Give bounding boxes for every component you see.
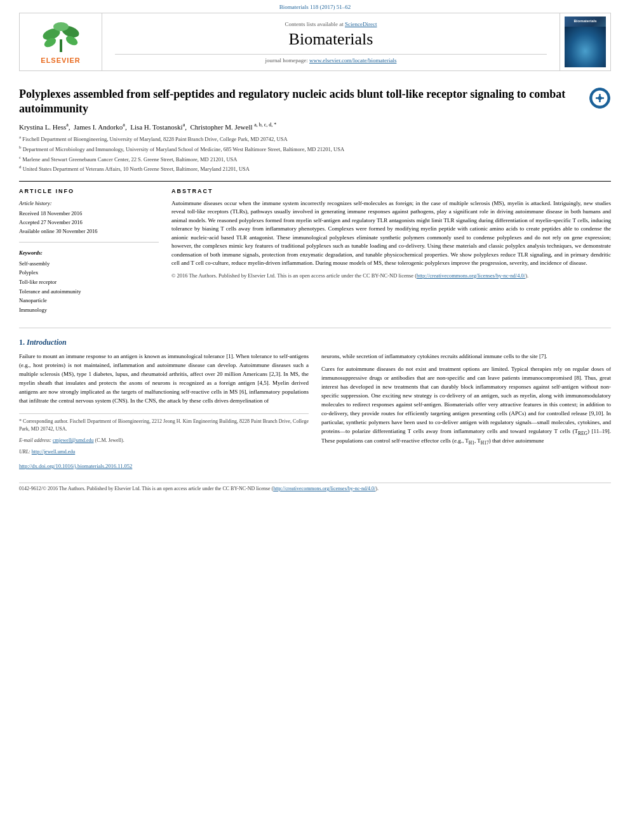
bottom-license-link[interactable]: http://creativecommons.org/licenses/by-n… <box>273 486 375 491</box>
journal-title: Biomaterials <box>289 30 373 49</box>
svg-point-3 <box>53 22 69 31</box>
section-number: 1. <box>19 338 27 347</box>
introduction-section: 1. Introduction Failure to mount an immu… <box>19 328 611 460</box>
affiliation-a: a Fischell Department of Bioengineering,… <box>19 134 611 143</box>
article-history: Article history: Received 18 November 20… <box>19 199 159 243</box>
doi-line: http://dx.doi.org/10.1016/j.biomaterials… <box>19 463 611 469</box>
available-date: Available online 30 November 2016 <box>19 227 159 236</box>
author4-sup: a, b, c, d, * <box>254 122 276 128</box>
science-direct-link[interactable]: ScienceDirect <box>345 21 377 27</box>
authors-line: Krystina L. Hessa, James I. Andorkoa, Li… <box>19 122 611 131</box>
footnote-email-link[interactable]: cmjewell@umd.edu <box>53 437 93 443</box>
bottom-end: ). <box>375 486 379 491</box>
author1: Krystina L. Hess <box>19 123 66 130</box>
intro-para-1: Failure to mount an immune response to a… <box>19 352 309 406</box>
intro-right-col: neurons, while secretion of inflammatory… <box>321 352 611 460</box>
abstract-text: Autoimmune diseases occur when the immun… <box>171 199 611 280</box>
copyright-line: © 2016 The Authors. Published by Elsevie… <box>171 272 611 280</box>
keyword-1: Self-assembly <box>19 260 159 269</box>
affiliations: a Fischell Department of Bioengineering,… <box>19 134 611 173</box>
affiliation-b: b Department of Microbiology and Immunol… <box>19 144 611 154</box>
svg-point-10 <box>598 97 602 100</box>
elsevier-tree-icon <box>39 20 83 55</box>
keyword-3: Toll-like receptor <box>19 278 159 287</box>
footnote-url-line: URL: http://jewell.umd.edu <box>19 448 309 456</box>
journal-citation: Biomaterials 118 (2017) 51–62 <box>0 0 630 13</box>
article-info-label: ARTICLE INFO <box>19 188 159 194</box>
copyright-link[interactable]: http://creativecommons.org/licenses/by-n… <box>417 272 525 279</box>
homepage-link[interactable]: www.elsevier.com/locate/biomaterials <box>309 57 396 63</box>
keyword-5: Nanoparticle <box>19 297 159 305</box>
journal-center-info: Contents lists available at ScienceDirec… <box>102 13 560 70</box>
affiliation-d: d United States Department of Veterans A… <box>19 164 611 173</box>
elsevier-brand: ELSEVIER <box>39 20 83 64</box>
article-body: Polyplexes assembled from self-peptides … <box>19 71 611 477</box>
keywords-section: Keywords: Self-assembly Polyplex Toll-li… <box>19 249 159 314</box>
cover-artwork <box>565 27 606 67</box>
abstract-label: ABSTRACT <box>171 188 611 194</box>
science-direct-line: Contents lists available at ScienceDirec… <box>285 21 377 27</box>
svg-rect-0 <box>60 39 62 52</box>
journal-header: ELSEVIER Contents lists available at Sci… <box>19 13 611 71</box>
keyword-2: Polyplex <box>19 269 159 277</box>
received-date: Received 18 November 2016 <box>19 210 159 218</box>
intro-para-2: neurons, while secretion of inflammatory… <box>321 352 611 361</box>
intro-heading: 1. Introduction <box>19 338 611 347</box>
homepage-line: journal homepage: www.elsevier.com/locat… <box>265 57 397 63</box>
citation-text: Biomaterials 118 (2017) 51–62 <box>279 4 351 10</box>
footnote-email-line: E-mail address: cmjewell@umd.edu (C.M. J… <box>19 437 309 444</box>
header-divider <box>115 54 547 55</box>
intro-text-columns: Failure to mount an immune response to a… <box>19 352 611 460</box>
info-abstract-section: ARTICLE INFO Article history: Received 1… <box>19 181 611 316</box>
doi-link[interactable]: http://dx.doi.org/10.1016/j.biomaterials… <box>19 463 132 469</box>
abstract-column: ABSTRACT Autoimmune diseases occur when … <box>171 188 611 316</box>
footnote-corresponding: * Corresponding author. Fischell Departm… <box>19 418 309 433</box>
footnote-section: * Corresponding author. Fischell Departm… <box>19 413 309 456</box>
author3: Lisa H. Tostanoski <box>130 123 182 130</box>
keyword-4: Tolerance and autoimmunity <box>19 288 159 297</box>
footnote-url-link[interactable]: http://jewell.umd.edu <box>32 449 75 455</box>
accepted-date: Accepted 27 November 2016 <box>19 218 159 227</box>
contents-label: Contents lists available at <box>285 21 344 27</box>
keywords-label: Keywords: <box>19 249 159 258</box>
crossmark-badge-icon <box>589 87 611 109</box>
author2: James I. Andorko <box>74 123 123 130</box>
affiliation-c: c Marlene and Stewart Greenebaum Cancer … <box>19 154 611 164</box>
author4: Christopher M. Jewell <box>190 123 252 130</box>
journal-cover-image: Biomaterials <box>565 17 606 67</box>
elsevier-wordmark: ELSEVIER <box>41 57 80 64</box>
intro-para-3: Cures for autoimmune diseases do not exi… <box>321 365 611 446</box>
journal-cover-area: Biomaterials <box>560 13 610 70</box>
homepage-label: journal homepage: <box>265 57 308 63</box>
bottom-issn: 0142-9612/© 2016 The Authors. Published … <box>19 486 273 491</box>
article-info-column: ARTICLE INFO Article history: Received 1… <box>19 188 159 316</box>
article-title: Polyplexes assembled from self-peptides … <box>19 87 582 117</box>
cover-title-text: Biomaterials <box>566 19 605 23</box>
bottom-bar: 0142-9612/© 2016 The Authors. Published … <box>19 483 611 494</box>
history-title: Article history: <box>19 199 159 208</box>
intro-left-col: Failure to mount an immune response to a… <box>19 352 309 460</box>
section-title: Introduction <box>27 338 67 347</box>
keyword-6: Immunology <box>19 306 159 315</box>
article-title-section: Polyplexes assembled from self-peptides … <box>19 87 611 117</box>
abstract-paragraph: Autoimmune diseases occur when the immun… <box>171 199 611 268</box>
elsevier-logo-area: ELSEVIER <box>20 13 102 70</box>
keywords-list: Self-assembly Polyplex Toll-like recepto… <box>19 260 159 315</box>
